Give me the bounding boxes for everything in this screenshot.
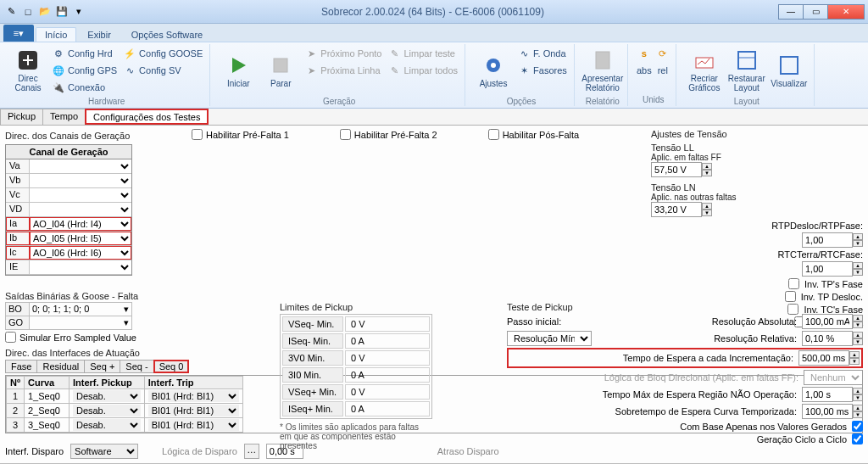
itab-fase[interactable]: Fase xyxy=(5,360,37,373)
ribbon-tabs: ≡▾ Início Exibir Opções Software xyxy=(0,24,868,42)
limpar-teste-button[interactable]: ✎Limpar teste xyxy=(387,46,459,61)
bo-table: BO0; 0; 1; 1; 0; 0▾ GO▾ xyxy=(5,302,132,330)
unit-cycle-button[interactable]: ⟳ xyxy=(655,46,670,61)
limites-note: * Os limites são aplicados para faltas e… xyxy=(280,422,432,450)
unit-s-button[interactable]: s xyxy=(637,46,652,61)
unit-rel-icon: rel xyxy=(657,64,669,76)
gen-row-ib: IbAO_I05 (Hrd: I5) xyxy=(6,232,131,246)
itab-seq-zero[interactable]: Seq 0 xyxy=(153,360,190,373)
trip-select[interactable]: BI01 (Hrd: BI1) xyxy=(148,390,239,402)
curva-row: 11_Seq0Desab.BI01 (Hrd: BI1) xyxy=(7,389,243,404)
arrow-right-icon: ➤ xyxy=(305,48,317,59)
pickup-select[interactable]: Desab. xyxy=(73,390,141,402)
gen-select-ib[interactable]: AO_I05 (Hrd: I5) xyxy=(30,232,131,245)
svg-rect-4 xyxy=(596,52,609,69)
gen-select-va[interactable] xyxy=(30,159,131,173)
gen-select-ia[interactable]: AO_I04 (Hrd: I4) xyxy=(30,217,131,231)
direc-canais-button[interactable]: Direc Canais xyxy=(8,46,47,95)
pencil-icon[interactable]: ✎ xyxy=(3,4,19,20)
passo-inicial-select[interactable]: Resolução Mín xyxy=(507,331,592,346)
app-menu-button[interactable]: ≡▾ xyxy=(3,25,34,42)
chk-pre-falta-2[interactable]: Habilitar Pré-Falta 2 xyxy=(340,129,437,140)
chk-com-base[interactable]: Com Base Apenas nos Valores Gerados xyxy=(507,421,863,432)
unit-abs-button[interactable]: abs xyxy=(637,63,652,78)
config-gps-button[interactable]: 🌐Config GPS xyxy=(51,63,119,78)
gen-select-vc[interactable] xyxy=(30,188,131,202)
right-column: Ajustes de Tensão Tensão LL Aplic. em fa… xyxy=(651,129,863,329)
gen-select-vd[interactable] xyxy=(30,203,131,216)
res-rel-input[interactable] xyxy=(802,331,853,346)
go-row[interactable]: GO▾ xyxy=(5,316,132,330)
tab-config-testes[interactable]: Configurações dos Testes xyxy=(85,109,209,125)
broom-all-icon: ✎ xyxy=(388,64,400,76)
spin-up-icon[interactable]: ▲ xyxy=(702,163,712,170)
title-bar: ✎ □ 📂 💾 ▾ Sobrecor 2.00.024 (64 Bits) - … xyxy=(0,0,868,24)
tempo-max-input[interactable] xyxy=(802,387,853,402)
proximo-ponto-button[interactable]: ➤Próximo Ponto xyxy=(303,46,383,61)
chk-inv-tp-fase[interactable]: Inv. TP's Fase xyxy=(651,278,863,289)
dropdown-icon[interactable]: ▾ xyxy=(124,317,129,328)
view-icon xyxy=(777,53,801,77)
pickup-select[interactable]: Desab. xyxy=(73,405,141,416)
res-abs-input[interactable] xyxy=(802,314,853,329)
chk-pre-falta-1[interactable]: Habilitar Pré-Falta 1 xyxy=(192,129,289,140)
gen-select-ic[interactable]: AO_I06 (Hrd: I6) xyxy=(30,246,131,260)
visualizar-button[interactable]: Visualizar xyxy=(770,46,809,95)
ajustes-button[interactable]: Ajustes xyxy=(474,46,513,95)
tensao-ll-input[interactable] xyxy=(651,162,702,177)
spin-down-icon[interactable]: ▼ xyxy=(702,170,712,176)
phasor-icon: ✶ xyxy=(518,64,530,76)
chk-ger-ciclo[interactable]: Geração Ciclo a Ciclo xyxy=(507,433,863,444)
itab-residual[interactable]: Residual xyxy=(36,360,85,373)
itab-seq-minus[interactable]: Seq - xyxy=(120,360,153,373)
tab-tempo[interactable]: Tempo xyxy=(42,109,86,125)
new-doc-icon[interactable]: □ xyxy=(20,4,36,20)
sobretempo-input[interactable] xyxy=(802,404,853,419)
config-sv-button[interactable]: ∿Config SV xyxy=(122,63,204,78)
ribbon-tab-exibir[interactable]: Exibir xyxy=(78,27,120,42)
qat-dropdown-icon[interactable]: ▾ xyxy=(71,4,86,20)
lim-row: VSeq- Min.0 V xyxy=(282,316,430,332)
tab-pickup[interactable]: Pickup xyxy=(0,109,43,125)
conexao-button[interactable]: 🔌Conexão xyxy=(51,80,119,95)
pickup-select[interactable]: Desab. xyxy=(73,419,141,431)
rtp-input[interactable] xyxy=(802,232,853,248)
interf-disparo-select[interactable]: Software xyxy=(70,444,138,459)
close-button[interactable]: ✕ xyxy=(827,4,865,20)
trip-select[interactable]: BI01 (Hrd: BI1) xyxy=(148,419,239,431)
trip-select[interactable]: BI01 (Hrd: BI1) xyxy=(148,405,239,416)
f-onda-button[interactable]: ∿F. Onda xyxy=(516,46,569,61)
logica-disparo-btn[interactable]: … xyxy=(244,444,259,459)
svg-rect-8 xyxy=(781,57,798,74)
restaurar-layout-button[interactable]: Restaurar Layout xyxy=(727,46,766,95)
tempo-espera-input[interactable] xyxy=(798,350,849,366)
parar-button[interactable]: Parar xyxy=(261,46,300,95)
ribbon-tab-inicio[interactable]: Início xyxy=(36,27,76,42)
svg-rect-1 xyxy=(274,59,287,72)
maximize-button[interactable]: ▭ xyxy=(803,4,828,20)
gen-select-ie[interactable] xyxy=(30,260,131,274)
apresentar-relatorio-button[interactable]: Apresentar Relatório xyxy=(583,46,622,95)
gen-select-vb[interactable] xyxy=(30,174,131,187)
spin-down-icon[interactable]: ▼ xyxy=(702,210,712,216)
save-icon[interactable]: 💾 xyxy=(54,4,70,20)
iniciar-button[interactable]: Iniciar xyxy=(219,46,258,95)
ribbon-tab-opcoes[interactable]: Opções Software xyxy=(122,27,212,42)
itab-seq-plus[interactable]: Seq + xyxy=(84,360,120,373)
proxima-linha-button[interactable]: ➤Próxima Linha xyxy=(303,63,383,78)
tensao-ln-input[interactable] xyxy=(651,202,702,217)
config-hrd-button[interactable]: ⚙Config Hrd xyxy=(51,46,119,61)
bo-row[interactable]: BO0; 0; 1; 1; 0; 0▾ xyxy=(5,302,132,316)
unit-rel-button[interactable]: rel xyxy=(655,63,670,78)
recriar-graficos-button[interactable]: Recriar Gráficos xyxy=(685,46,724,95)
dropdown-icon[interactable]: ▾ xyxy=(124,304,129,315)
open-icon[interactable]: 📂 xyxy=(37,4,53,20)
rtc-input[interactable] xyxy=(802,261,853,277)
fasores-button[interactable]: ✶Fasores xyxy=(516,63,569,78)
spin-up-icon[interactable]: ▲ xyxy=(702,203,712,210)
chk-pos-falta[interactable]: Habilitar Pós-Falta xyxy=(488,129,579,140)
config-goose-button[interactable]: ⚡Config GOOSE xyxy=(122,46,204,61)
logica-bloq-select[interactable]: Nenhuma xyxy=(804,370,863,385)
minimize-button[interactable]: — xyxy=(778,4,804,20)
limpar-todos-button[interactable]: ✎Limpar todos xyxy=(387,63,459,78)
